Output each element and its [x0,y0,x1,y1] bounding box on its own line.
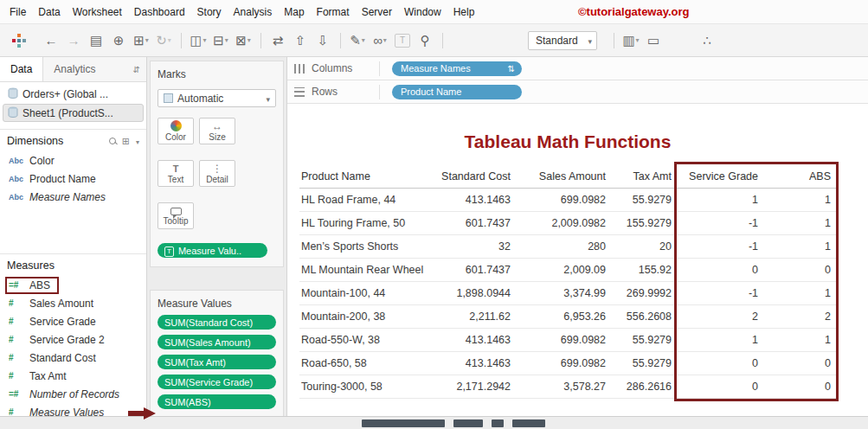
forward-icon[interactable]: → [62,30,85,51]
search-icon[interactable] [109,138,116,144]
measure-values-pill-marks[interactable]: Measure Valu.. [158,243,267,258]
show-mark-labels-icon[interactable]: T [395,34,410,48]
column-header[interactable]: Standard Cost [436,170,516,182]
value-cell[interactable]: 0 [763,357,836,369]
menu-item[interactable]: Data [32,6,66,18]
value-cell[interactable]: 1,898.0944 [436,287,516,299]
value-cell[interactable]: 2,009.0982 [516,217,611,229]
fit-select[interactable]: Standard [528,31,597,50]
value-cell[interactable]: 2,171.2942 [436,381,516,393]
value-cell[interactable]: 0 [763,381,836,393]
dimension-item[interactable]: Abc Measure Names [0,188,146,206]
menu-item[interactable]: Map [278,6,310,18]
clear-sheet-icon[interactable]: ⊠ [232,30,254,51]
dimension-item[interactable]: Abc Product Name [0,170,146,188]
measure-item[interactable]: # Standard Cost [0,349,146,367]
value-cell[interactable]: 1 [677,194,763,206]
measure-values-pill[interactable]: SUM(Sales Amount) [158,335,276,349]
row-header-cell[interactable]: HL Touring Frame, 50 [299,217,436,229]
group-members-icon[interactable]: ∞ [369,30,391,51]
tooltip-button[interactable]: Tooltip [158,202,194,229]
menu-item[interactable]: Dashboard [128,6,191,18]
value-cell[interactable]: 699.0982 [516,334,611,346]
measure-values-pill[interactable]: SUM(Standard Cost) [158,315,276,330]
value-cell[interactable]: 55.9279 [611,357,677,369]
menu-item[interactable]: Help [447,6,481,18]
value-cell[interactable]: 32 [436,240,516,253]
value-cell[interactable]: 413.1463 [436,194,516,206]
value-cell[interactable]: 413.1463 [436,334,516,346]
value-cell[interactable]: 155.9279 [611,217,677,229]
measure-item[interactable]: # Measure Values [0,403,146,416]
row-header-cell[interactable]: HL Road Frame, 44 [299,194,436,206]
value-cell[interactable]: 0 [763,264,836,276]
sort-descending-icon[interactable]: ⇩ [312,30,334,51]
row-header-cell[interactable]: Touring-3000, 58 [299,381,436,393]
measure-item[interactable]: # Service Grade [0,312,146,330]
value-cell[interactable]: 1 [763,287,836,299]
chevron-down-icon[interactable] [136,135,139,147]
value-cell[interactable]: 556.2608 [611,311,677,323]
value-cell[interactable]: -1 [677,287,763,299]
menu-item[interactable]: Server [356,6,398,18]
new-dashboard-icon[interactable]: ◫ [187,30,209,51]
value-cell[interactable]: 0 [677,381,763,393]
tab-analytics[interactable]: Analytics [43,57,106,81]
row-header-cell[interactable]: Road-650, 58 [299,357,436,369]
row-header-cell[interactable]: Mountain-100, 44 [299,287,436,299]
menu-item[interactable]: Format [311,6,356,18]
new-story-icon[interactable]: ⊟ [209,30,232,51]
row-header-cell[interactable]: Mountain-200, 38 [299,311,436,323]
sort-ascending-icon[interactable]: ⇧ [289,30,312,51]
column-header[interactable]: Product Name [299,170,436,182]
row-header-cell[interactable]: ML Mountain Rear Wheel [299,264,436,276]
value-cell[interactable]: -1 [677,240,763,253]
value-cell[interactable]: 2 [677,311,763,323]
value-cell[interactable]: 0 [677,357,763,369]
highlight-icon[interactable]: ✎ [346,30,369,51]
menu-item[interactable]: Worksheet [67,6,128,18]
column-header[interactable]: Sales Amount [516,170,611,182]
column-header[interactable]: Service Grade [677,170,763,182]
value-cell[interactable]: 20 [611,240,677,253]
value-cell[interactable]: 1 [677,334,763,346]
value-cell[interactable]: -1 [677,217,763,229]
menu-item[interactable]: Analysis [228,6,279,18]
value-cell[interactable]: 55.9279 [611,194,677,206]
tableau-logo[interactable] [10,33,29,48]
value-cell[interactable]: 601.7437 [436,264,516,276]
row-header-cell[interactable]: Road-550-W, 38 [299,334,436,346]
value-cell[interactable]: 699.0982 [516,357,611,369]
measure-item[interactable]: # Service Grade 2 [0,330,146,349]
measure-values-pill[interactable]: SUM(ABS) [158,394,276,409]
value-cell[interactable]: 3,578.27 [516,381,611,393]
fix-axes-icon[interactable]: ⚲ [414,30,436,51]
columns-pill[interactable]: Measure Names [392,61,522,76]
presentation-mode-icon[interactable]: ▭ [642,30,665,51]
value-cell[interactable]: 699.0982 [516,194,611,206]
rows-pill[interactable]: Product Name [392,85,522,99]
view-mode-icon[interactable] [122,135,130,147]
value-cell[interactable]: 6,953.26 [516,311,611,323]
value-cell[interactable]: 286.2616 [611,381,677,393]
swap-rows-columns-icon[interactable]: ⇄ [267,30,289,51]
menu-item[interactable]: File [3,6,32,18]
save-icon[interactable]: ▤ [85,30,107,51]
measure-values-pill[interactable]: SUM(Tax Amt) [158,355,276,369]
new-worksheet-icon[interactable]: ⊞ [130,30,152,51]
value-cell[interactable]: 1 [763,194,836,206]
detail-button[interactable]: Detail [199,160,235,187]
dimension-item[interactable]: Abc Color [0,151,146,170]
data-source-item[interactable]: Orders+ (Global ... [3,85,144,103]
size-button[interactable]: Size [199,118,235,144]
value-cell[interactable]: 1 [763,334,836,346]
measure-item[interactable]: # Tax Amt [0,367,146,385]
add-data-source-icon[interactable]: ⊕ [107,30,130,51]
column-header[interactable]: Tax Amt [611,170,677,182]
measure-values-pill[interactable]: SUM(Service Grade) [158,375,276,389]
value-cell[interactable]: 3,374.99 [516,287,611,299]
measure-item[interactable]: =# Number of Records [0,385,146,403]
mark-type-dropdown[interactable]: Automatic [158,89,276,107]
value-cell[interactable]: 1 [763,217,836,229]
value-cell[interactable]: 269.9992 [611,287,677,299]
